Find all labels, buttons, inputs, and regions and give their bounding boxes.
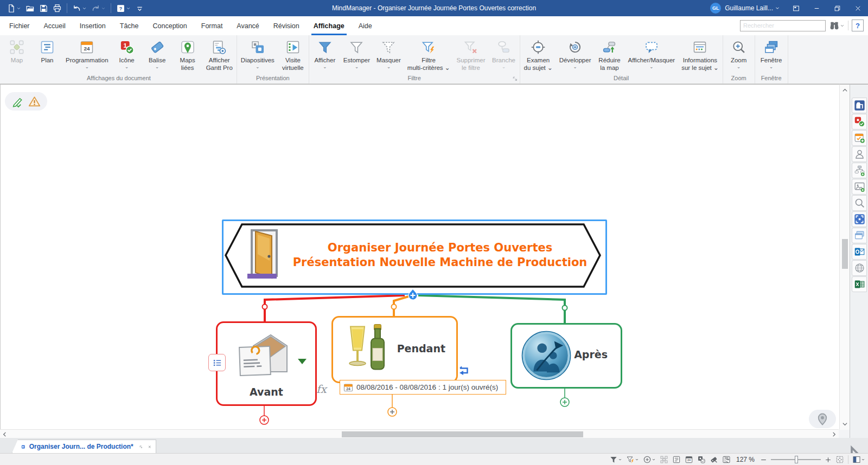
icone-button[interactable]: 1Icône⌄ (112, 38, 142, 70)
balise-button[interactable]: Balise⌄ (142, 38, 173, 70)
user-name[interactable]: Guillaume Laill... (725, 4, 773, 12)
informations-sur-le-sujet-button[interactable]: Informationssur le sujet ⌄ (678, 38, 722, 73)
panel-tab-resources[interactable] (852, 146, 867, 162)
topic-apres[interactable]: Après (510, 323, 622, 389)
zoom-button[interactable]: Zoom⌄ (724, 38, 754, 70)
avatar[interactable]: GL (710, 3, 721, 14)
help-button[interactable]: ? (852, 20, 864, 31)
formula-icon[interactable]: fx (316, 383, 327, 396)
print-button[interactable] (50, 1, 64, 15)
fenetre-button[interactable]: Fenêtre⌄ (756, 38, 787, 70)
zoom-out-button[interactable] (760, 456, 767, 463)
close-button[interactable] (847, 0, 868, 16)
topic-notes-icon[interactable] (208, 354, 226, 371)
programmation-button[interactable]: 24Programmation⌄ (62, 38, 112, 70)
afficher-gantt-pro-button[interactable]: AfficherGantt Pro (203, 38, 236, 73)
close-tab-icon[interactable] (148, 444, 151, 450)
plan-view-button[interactable]: Plan (32, 38, 62, 66)
visite-virtuelle-button[interactable]: Visitevirtuelle (278, 38, 308, 73)
develop-status-button[interactable] (643, 455, 656, 464)
masquer-button[interactable]: Masquer⌄ (373, 38, 404, 70)
topic-pendant[interactable]: Pendant (331, 316, 458, 383)
tab-format[interactable]: Format (194, 16, 230, 35)
tab-revision[interactable]: Révision (266, 16, 307, 35)
tags-view-status-button[interactable] (710, 455, 718, 464)
panel-tab-map-parts[interactable] (852, 163, 867, 178)
new-document-button[interactable] (4, 1, 23, 15)
search-input[interactable] (740, 20, 826, 31)
save-button[interactable] (37, 1, 50, 15)
panel-tab-outlook[interactable] (852, 244, 867, 260)
panel-tab-excel[interactable] (852, 276, 867, 292)
map-canvas[interactable]: Organiser Journée Portes Ouvertes Présen… (0, 84, 839, 430)
fit-map-button[interactable] (835, 455, 844, 464)
find-button[interactable] (829, 20, 845, 31)
edit-ok-icon[interactable] (12, 95, 24, 108)
open-file-button[interactable] (23, 1, 37, 15)
scroll-right-icon[interactable] (831, 431, 837, 437)
vertical-scrollbar[interactable] (839, 84, 850, 430)
panel-tab-linked-windows[interactable] (852, 228, 867, 243)
tab-conception[interactable]: Conception (146, 16, 194, 35)
panel-tab-map-index[interactable] (852, 98, 867, 113)
float-tab-icon[interactable] (139, 444, 143, 450)
topic-avant[interactable]: Avant (216, 321, 317, 406)
scroll-down-icon[interactable] (842, 421, 848, 427)
vertical-scroll-thumb[interactable] (842, 239, 848, 269)
tab-affichage[interactable]: Affichage (307, 16, 352, 35)
panel-tab-icon-markers[interactable] (852, 114, 867, 130)
horizontal-scrollbar[interactable] (0, 429, 839, 438)
horizontal-scroll-thumb[interactable] (342, 431, 583, 437)
afficher-filtre-button[interactable]: Afficher⌄ (310, 38, 340, 70)
filter-status-button[interactable] (609, 455, 622, 464)
scroll-left-icon[interactable] (2, 431, 8, 437)
maps-liees-button[interactable]: Mapsliées (173, 38, 203, 73)
panel-tab-task-info[interactable] (852, 130, 867, 146)
afficher-masquer-button[interactable]: Afficher/Masquer⌄ (624, 38, 678, 70)
tab-aide[interactable]: Aide (352, 16, 379, 35)
zoom-slider[interactable] (771, 456, 821, 463)
outline-view-status-button[interactable] (672, 455, 681, 464)
chevron-down-icon[interactable] (775, 5, 780, 11)
diapositives-button[interactable]: Diapositives⌄ (238, 38, 278, 70)
locate-map-button[interactable] (809, 410, 836, 428)
task-pane-toggle[interactable] (852, 455, 865, 464)
window-switch-button[interactable] (786, 0, 806, 16)
tab-tache[interactable]: Tâche (113, 16, 146, 35)
undo-button[interactable] (70, 1, 89, 15)
scroll-up-icon[interactable] (842, 87, 848, 93)
panel-tab-web[interactable] (852, 260, 867, 276)
help-button[interactable]: ? (114, 1, 133, 15)
panel-tab-focus[interactable] (852, 211, 867, 227)
subtopics-collapsed-icon[interactable] (298, 359, 307, 364)
redo-button[interactable] (89, 1, 108, 15)
tab-fichier[interactable]: Fichier (2, 16, 37, 35)
customize-toolbar-button[interactable] (133, 1, 146, 15)
developper-button[interactable]: Développer⌄ (556, 38, 595, 70)
reduire-la-map-button[interactable]: Réduirela map (594, 38, 624, 73)
gantt-view-status-button[interactable] (722, 455, 731, 464)
filter-multi-status-button[interactable] (626, 455, 639, 464)
restore-button[interactable] (827, 0, 847, 16)
panel-tab-search[interactable] (852, 195, 867, 211)
document-tab[interactable]: Organiser Journ... de Production* (12, 440, 156, 453)
relationship-icon[interactable] (457, 365, 471, 377)
dialog-launcher-icon[interactable] (512, 76, 518, 82)
zoom-in-button[interactable] (825, 456, 832, 463)
help-icon: ? (116, 4, 125, 13)
panel-tab-library[interactable] (852, 179, 867, 195)
task-info-bar[interactable]: 24 08/08/2016 - 08/08/2016 : 1 jour(s) o… (340, 380, 506, 395)
tab-avance[interactable]: Avancé (229, 16, 266, 35)
icons-view-status-button[interactable] (697, 455, 706, 464)
minimize-button[interactable] (806, 0, 827, 16)
warning-icon[interactable] (28, 95, 41, 108)
tab-insertion[interactable]: Insertion (73, 16, 113, 35)
central-topic-text[interactable]: Organiser Journée Portes Ouvertes Présen… (283, 241, 597, 270)
filtre-multi-criteres-button[interactable]: Filtremulti-critères ⌄ (404, 38, 454, 73)
estomper-button[interactable]: Estomper⌄ (340, 38, 373, 70)
zoom-slider-handle[interactable] (795, 456, 798, 463)
examen-du-sujet-button[interactable]: Examendu sujet ⌄ (521, 38, 556, 73)
schedule-view-status-button[interactable]: 24 (685, 455, 693, 464)
add-topic-marker[interactable] (407, 288, 418, 301)
tab-accueil[interactable]: Accueil (37, 16, 73, 35)
